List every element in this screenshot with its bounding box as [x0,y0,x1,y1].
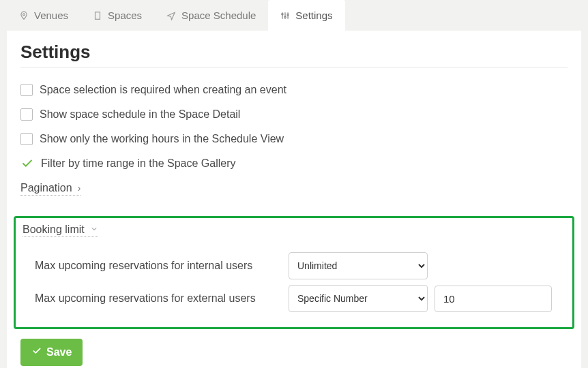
tab-label: Venues [34,10,68,21]
check-icon [20,157,34,170]
tab-bar: Venues Spaces Space Schedule Settings [0,0,588,31]
option-label: Filter by time range in the Space Galler… [41,157,235,170]
tab-label: Settings [295,10,332,21]
checkbox-icon[interactable] [20,84,33,96]
pin-icon [19,11,29,20]
tab-space-schedule[interactable]: Space Schedule [154,0,268,31]
external-select[interactable]: Specific Number [289,285,428,312]
check-icon [31,346,42,358]
svg-rect-1 [95,12,100,19]
divider [20,67,568,67]
svg-point-12 [284,16,286,18]
save-label: Save [46,346,72,358]
settings-panel: Settings Space selection is required whe… [7,31,581,368]
checkbox-icon[interactable] [20,108,33,121]
option-label: Space selection is required when creatin… [40,84,286,96]
tab-label: Space Schedule [181,10,256,21]
svg-point-11 [282,13,283,14]
building-icon [93,11,102,20]
section-label: Booking limit [23,224,85,236]
option-filter-by-time-range[interactable]: Filter by time range in the Space Galler… [20,157,568,170]
row-external-reservations: Max upcoming reservations for external u… [35,285,565,312]
page-title: Settings [20,42,568,63]
paperplane-icon [166,11,176,20]
chevron-down-icon [90,224,98,235]
section-pagination[interactable]: Pagination › [20,182,80,196]
row-internal-reservations: Max upcoming reservations for internal u… [35,252,565,279]
chevron-right-icon: › [78,183,81,194]
option-show-working-hours[interactable]: Show only the working hours in the Sched… [20,133,568,145]
booking-limit-highlight: Booking limit Max upcoming reservations … [14,216,574,329]
save-button[interactable]: Save [20,339,83,366]
internal-select[interactable]: Unlimited [289,252,428,279]
checkbox-icon[interactable] [20,133,33,145]
option-show-space-schedule[interactable]: Show space schedule in the Space Detail [20,108,568,121]
tab-venues[interactable]: Venues [7,0,80,31]
section-booking-limit[interactable]: Booking limit [23,224,98,237]
option-space-selection-required[interactable]: Space selection is required when creatin… [20,84,568,96]
sliders-icon [280,11,290,20]
svg-point-0 [23,13,25,15]
tab-spaces[interactable]: Spaces [80,0,154,31]
tab-label: Spaces [108,10,142,21]
option-label: Show space schedule in the Space Detail [40,108,240,121]
internal-label: Max upcoming reservations for internal u… [35,260,282,272]
external-number-input[interactable] [435,286,552,312]
option-label: Show only the working hours in the Sched… [40,133,284,145]
section-label: Pagination [20,182,72,194]
svg-point-13 [287,14,289,15]
external-label: Max upcoming reservations for external u… [35,292,282,305]
tab-settings[interactable]: Settings [268,0,344,31]
